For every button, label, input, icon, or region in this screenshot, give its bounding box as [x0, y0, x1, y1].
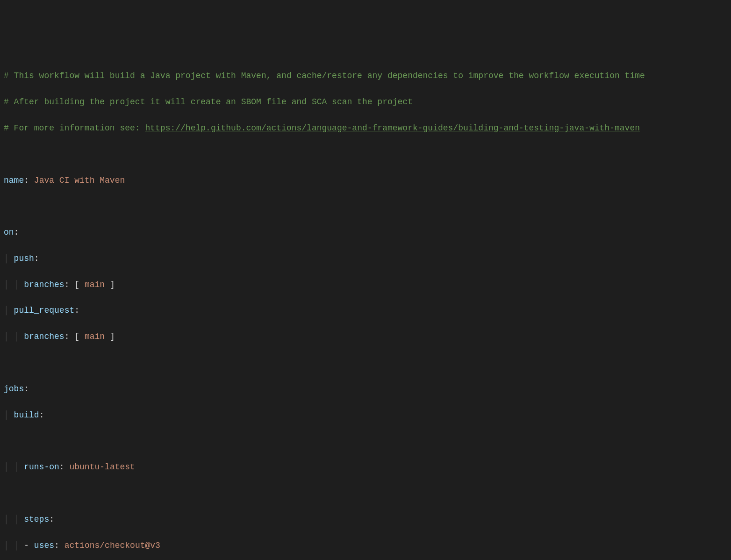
code-line: │ pull_request:: [4, 304, 727, 317]
code-line: │ │ - uses: actions/checkout@v3: [4, 539, 727, 553]
code-line: [4, 357, 727, 370]
code-line: jobs:: [4, 383, 727, 396]
code-editor[interactable]: # This workflow will build a Java projec…: [4, 57, 727, 560]
code-line: │ build:: [4, 409, 727, 422]
code-line: │ │ runs-on: ubuntu-latest: [4, 461, 727, 474]
code-line: │ │ branches: [ main ]: [4, 330, 727, 344]
code-line: # After building the project it will cre…: [4, 96, 727, 109]
code-line: │ │ branches: [ main ]: [4, 279, 727, 292]
code-line: on:: [4, 226, 727, 239]
code-line: [4, 487, 727, 500]
code-line: │ push:: [4, 252, 727, 266]
code-line: │ │ steps:: [4, 513, 727, 526]
code-line: [4, 148, 727, 161]
code-line: name: Java CI with Maven: [4, 174, 727, 187]
code-line: # For more information see: https://help…: [4, 122, 727, 135]
code-line: [4, 435, 727, 448]
code-line: [4, 200, 727, 213]
code-line: # This workflow will build a Java projec…: [4, 70, 727, 83]
